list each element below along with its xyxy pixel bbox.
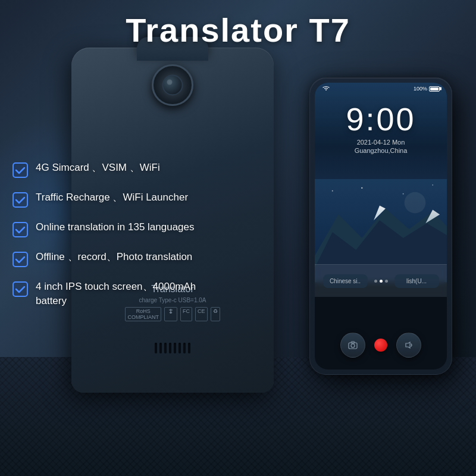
svg-point-8 [403,193,404,195]
translation-bar: Chinese si.. lish(U... [315,264,447,297]
dot-2 [380,280,383,283]
svg-point-12 [351,344,355,347]
check-icon-4 [12,251,29,268]
grille-hole [188,343,190,353]
svg-rect-17 [13,223,27,237]
svg-rect-18 [13,252,27,267]
grille-hole [178,343,181,353]
device-screen-container: 100% 9:00 2021-04-12 Mon Guangzhou,China… [315,83,447,369]
svg-point-7 [361,187,362,188]
camera-lens [162,75,183,96]
date-value: 2021-04-12 Mon [315,139,447,146]
device-controls [315,333,447,358]
feature-text-1: 4G Simcard 、VSIM 、WiFi [36,161,160,175]
svg-rect-19 [13,282,27,296]
check-icon-1 [12,162,29,178]
page-title: Translator T7 [0,11,476,49]
svg-point-6 [332,190,333,192]
feature-text-5: 4 inch IPS touch screen、4000mAh battery [36,280,226,308]
feature-text-2: Traffic Recharge 、WiFi Launcher [36,190,188,205]
wifi-status [322,85,330,92]
camera-button[interactable] [340,333,365,358]
battery-percent: 100% [414,86,427,92]
dot-3 [385,280,388,283]
source-language-btn[interactable]: Chinese si.. [323,274,368,288]
svg-point-10 [405,192,426,214]
battery-status: 100% [414,86,440,92]
feature-item-2: Traffic Recharge 、WiFi Launcher [12,190,226,208]
device-front: 100% 9:00 2021-04-12 Mon Guangzhou,China… [309,77,452,375]
svg-rect-16 [13,193,27,207]
battery-icon [429,86,440,92]
grille-hole [159,343,162,353]
check-icon-2 [12,192,29,208]
feature-item-5: 4 inch IPS touch screen、4000mAh battery [12,280,226,308]
feature-list: 4G Simcard 、VSIM 、WiFi Traffic Recharge … [12,161,226,320]
status-bar: 100% [315,83,447,95]
svg-point-9 [432,184,433,186]
grille-hole [155,343,157,353]
grille-hole [164,343,167,353]
grille-hole [169,343,171,353]
location-value: Guangzhou,China [315,147,447,154]
check-icon-3 [12,221,29,238]
check-icon-5 [12,281,29,298]
dot-1 [374,280,377,283]
device-screen: 100% 9:00 2021-04-12 Mon Guangzhou,China… [315,83,447,297]
camera-module [152,64,193,106]
product-page: Translator T7 Translator charge Type-c U… [0,0,476,476]
feature-text-4: Offline 、record、Photo translation [36,250,192,264]
svg-marker-14 [406,342,410,348]
time-value: 9:00 [315,101,447,137]
grille-hole [183,343,186,353]
battery-fill [430,87,439,90]
feature-text-3: Online translation in 135 languages [36,220,195,234]
feature-item-4: Offline 、record、Photo translation [12,250,226,268]
feature-item-3: Online translation in 135 languages [12,220,226,238]
page-indicator [374,280,388,283]
feature-item-1: 4G Simcard 、VSIM 、WiFi [12,161,226,178]
record-button[interactable] [374,339,387,352]
time-display: 9:00 2021-04-12 Mon Guangzhou,China [315,101,447,154]
grille-hole [174,343,176,353]
svg-rect-15 [13,163,27,177]
speaker-button[interactable] [396,333,421,358]
speaker-grille [137,339,208,357]
target-language-btn[interactable]: lish(U... [394,274,439,288]
